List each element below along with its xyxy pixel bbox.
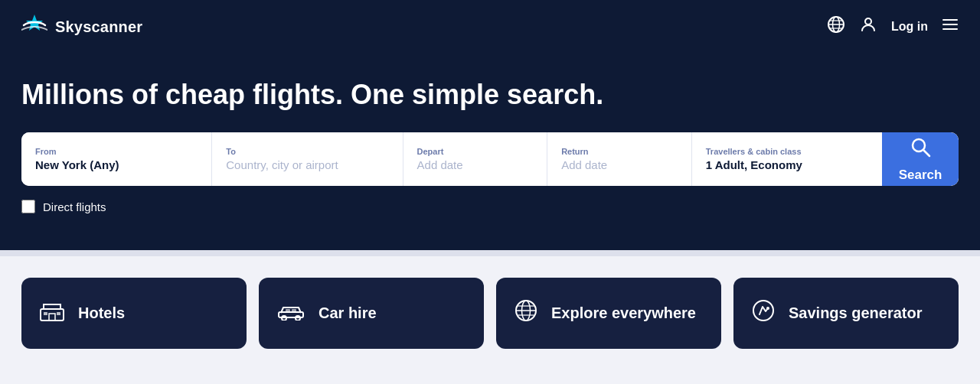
hero-title: Millions of cheap flights. One simple se… xyxy=(21,78,959,111)
from-value: New York (Any) xyxy=(35,158,198,171)
explore-everywhere-label: Explore everywhere xyxy=(551,304,696,322)
cabin-label: Travellers & cabin class xyxy=(706,147,868,156)
to-placeholder: Country, city or airport xyxy=(226,158,388,171)
svg-line-10 xyxy=(923,150,929,156)
from-field[interactable]: From New York (Any) xyxy=(21,132,212,186)
hotel-icon xyxy=(40,300,64,327)
cabin-class-field[interactable]: Travellers & cabin class 1 Adult, Econom… xyxy=(692,132,882,186)
search-bar: From New York (Any) To Country, city or … xyxy=(21,132,959,186)
savings-icon xyxy=(752,299,775,327)
svg-rect-14 xyxy=(44,312,47,315)
cabin-value: 1 Adult, Economy xyxy=(706,158,868,171)
return-label: Return xyxy=(561,147,678,156)
section-divider xyxy=(0,250,980,256)
savings-generator-label: Savings generator xyxy=(789,304,923,322)
skyscanner-logo-icon xyxy=(21,15,47,40)
hamburger-menu-icon[interactable] xyxy=(942,16,959,37)
globe-icon[interactable] xyxy=(827,15,845,38)
search-icon xyxy=(910,136,931,163)
svg-rect-20 xyxy=(292,309,296,313)
car-hire-label: Car hire xyxy=(318,304,377,322)
svg-point-26 xyxy=(753,301,773,321)
user-account-icon[interactable] xyxy=(859,15,877,38)
car-icon xyxy=(277,301,305,326)
depart-label: Depart xyxy=(417,147,534,156)
return-placeholder: Add date xyxy=(561,158,678,171)
explore-everywhere-card[interactable]: Explore everywhere xyxy=(496,278,721,349)
brand-name: Skyscanner xyxy=(55,18,142,36)
login-button[interactable]: Log in xyxy=(891,20,928,34)
return-field[interactable]: Return Add date xyxy=(547,132,692,186)
car-hire-card[interactable]: Car hire xyxy=(259,278,484,349)
hotels-card[interactable]: Hotels xyxy=(21,278,247,349)
svg-rect-13 xyxy=(49,314,55,321)
direct-flights-label: Direct flights xyxy=(43,200,106,213)
search-button-label: Search xyxy=(899,168,942,183)
svg-rect-12 xyxy=(44,304,60,309)
hero-section: Millions of cheap flights. One simple se… xyxy=(0,54,980,250)
depart-placeholder: Add date xyxy=(417,158,534,171)
savings-generator-card[interactable]: Savings generator xyxy=(733,278,959,349)
from-label: From xyxy=(35,147,198,156)
to-label: To xyxy=(226,147,388,156)
logo-area: Skyscanner xyxy=(21,15,142,40)
hotels-label: Hotels xyxy=(78,304,125,322)
search-button[interactable]: Search xyxy=(882,132,959,186)
bottom-cards: Hotels Car hire Explore everywher xyxy=(0,256,980,370)
direct-flights-toggle[interactable]: Direct flights xyxy=(21,200,959,213)
navbar-actions: Log in xyxy=(827,15,959,38)
navbar: Skyscanner Log in xyxy=(0,0,980,54)
svg-rect-19 xyxy=(286,309,290,313)
depart-field[interactable]: Depart Add date xyxy=(403,132,548,186)
direct-flights-checkbox[interactable] xyxy=(21,200,35,213)
svg-point-27 xyxy=(766,307,769,310)
svg-rect-15 xyxy=(57,312,60,315)
svg-point-5 xyxy=(865,18,871,24)
globe-explore-icon xyxy=(514,299,537,327)
to-field[interactable]: To Country, city or airport xyxy=(212,132,403,186)
